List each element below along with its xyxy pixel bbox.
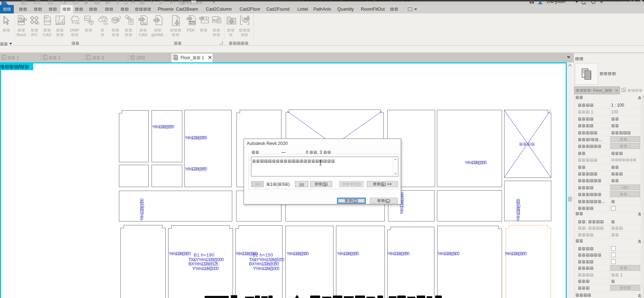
svg-text:%%1328@150: %%1328@150 <box>139 198 144 220</box>
svg-text:%%1328@150: %%1328@150 <box>185 166 207 172</box>
svg-text:PDF: PDF <box>190 21 195 24</box>
svg-text:%%1328@150: %%1328@150 <box>515 199 521 221</box>
svg-text:Y %%1328@200: Y %%1328@200 <box>253 266 279 271</box>
svg-text:%%1328@100: %%1328@100 <box>438 251 460 256</box>
svg-text:%%1328@150: %%1328@150 <box>465 160 487 165</box>
svg-text:%%1328@150: %%1328@150 <box>388 251 410 256</box>
svg-text:Y %%1328@200: Y %%1328@200 <box>192 266 219 271</box>
svg-text:%%1328@150: %%1328@150 <box>287 251 309 256</box>
svg-text:%%1328@100: %%1328@100 <box>505 251 527 256</box>
svg-text:%%1328@150: %%1328@150 <box>152 124 174 129</box>
svg-text:%%1328@150: %%1328@150 <box>185 135 207 140</box>
svg-text:CAD: CAD <box>45 19 51 23</box>
svg-text:%%1328@100: %%1328@100 <box>169 251 191 256</box>
svg-text:CAD: CAD <box>140 22 147 25</box>
svg-text:%%1328@150: %%1328@150 <box>337 251 359 256</box>
